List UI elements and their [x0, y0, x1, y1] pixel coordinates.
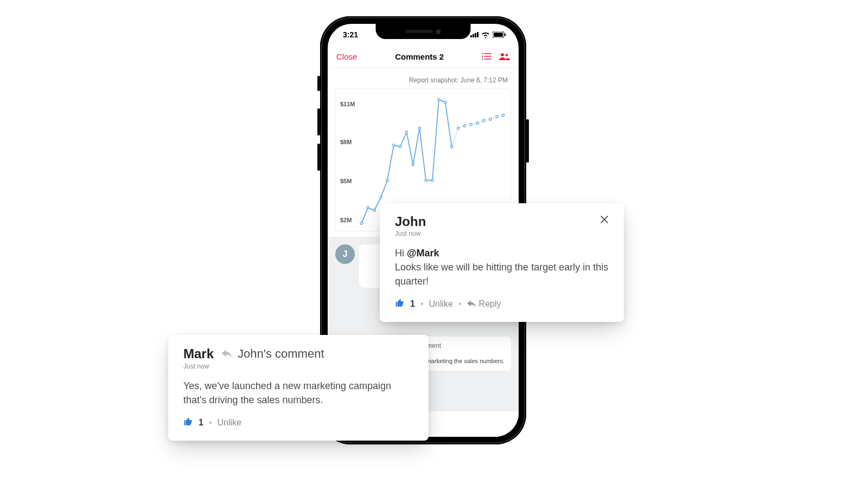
- svg-point-12: [367, 206, 369, 209]
- svg-rect-1: [494, 33, 503, 37]
- unlike-button[interactable]: Unlike: [218, 418, 241, 428]
- wifi-icon: [481, 31, 490, 38]
- svg-point-8: [482, 59, 483, 60]
- svg-point-9: [501, 53, 504, 56]
- y-tick: $2M: [340, 217, 352, 223]
- svg-point-32: [489, 118, 492, 121]
- comment-actions: 1 • Unlike • Reply: [395, 298, 609, 310]
- svg-point-27: [457, 127, 459, 130]
- svg-point-29: [470, 123, 472, 126]
- like-count: 1: [410, 299, 415, 309]
- reply-to: John's comment: [221, 347, 324, 361]
- svg-point-28: [463, 125, 465, 127]
- svg-point-11: [360, 222, 362, 225]
- phone-side-button: [317, 76, 320, 91]
- battery-icon: [493, 31, 506, 38]
- comment-time: Just now: [395, 230, 426, 237]
- comment-header: John Just now: [395, 215, 426, 237]
- comment-time: Just now: [183, 363, 324, 370]
- comment-author: John: [395, 215, 426, 228]
- svg-point-17: [399, 145, 401, 148]
- comment-actions: 1 • Unlike: [183, 417, 413, 429]
- comment-popout-john: John Just now Hi @Mark Looks like we wil…: [380, 203, 624, 322]
- reply-arrow-icon: [221, 350, 232, 358]
- phone-side-button: [317, 108, 320, 135]
- like-count: 1: [199, 418, 203, 428]
- svg-point-33: [496, 115, 498, 118]
- cell-signal-icon: [470, 32, 478, 37]
- app-navbar: Close Comments 2: [328, 46, 519, 68]
- unlike-button[interactable]: Unlike: [429, 299, 453, 309]
- svg-point-34: [502, 114, 504, 117]
- svg-point-31: [483, 119, 485, 122]
- svg-point-24: [444, 101, 446, 104]
- svg-point-16: [393, 144, 395, 147]
- avatar[interactable]: J: [335, 244, 355, 264]
- svg-point-7: [482, 56, 483, 57]
- svg-rect-2: [505, 34, 506, 36]
- snapshot-label: Report snapshot: June 6, 7:12 PM: [335, 75, 511, 88]
- svg-point-18: [405, 131, 407, 134]
- svg-point-26: [451, 145, 453, 148]
- comment-body: Hi @Mark Looks like we will be hitting t…: [395, 246, 609, 288]
- phone-notch: [376, 24, 471, 39]
- svg-point-13: [373, 209, 375, 212]
- reply-button[interactable]: Reply: [467, 299, 501, 309]
- comment-body: Yes, we've launched a new marketing camp…: [183, 379, 413, 407]
- comment-header: Mark John's comment Just now: [183, 347, 324, 370]
- svg-point-19: [412, 164, 414, 166]
- close-icon[interactable]: [600, 215, 609, 225]
- phone-side-button: [526, 119, 529, 163]
- thumbs-up-icon[interactable]: [395, 298, 405, 310]
- y-tick: $5M: [340, 178, 352, 184]
- svg-point-21: [425, 179, 427, 182]
- people-icon[interactable]: [499, 53, 510, 60]
- comment-author: Mark: [183, 347, 214, 360]
- svg-point-30: [476, 122, 478, 125]
- status-time: 3:21: [343, 30, 358, 39]
- thumbs-up-icon[interactable]: [183, 417, 193, 429]
- page-title: Comments 2: [395, 52, 444, 61]
- svg-point-22: [431, 179, 433, 182]
- y-tick: $8M: [340, 139, 352, 145]
- svg-point-20: [418, 127, 420, 130]
- svg-point-10: [506, 54, 508, 56]
- comment-popout-mark: Mark John's comment Just now Yes, we've …: [168, 335, 429, 441]
- phone-side-button: [317, 144, 320, 171]
- svg-point-23: [438, 99, 440, 101]
- reply-arrow-icon: [467, 300, 476, 308]
- mention[interactable]: @Mark: [407, 248, 439, 259]
- svg-point-14: [380, 196, 382, 199]
- svg-point-15: [386, 179, 388, 182]
- svg-point-6: [482, 53, 483, 54]
- close-button[interactable]: Close: [336, 52, 357, 61]
- list-icon[interactable]: [482, 53, 492, 60]
- y-tick: $11M: [340, 101, 355, 107]
